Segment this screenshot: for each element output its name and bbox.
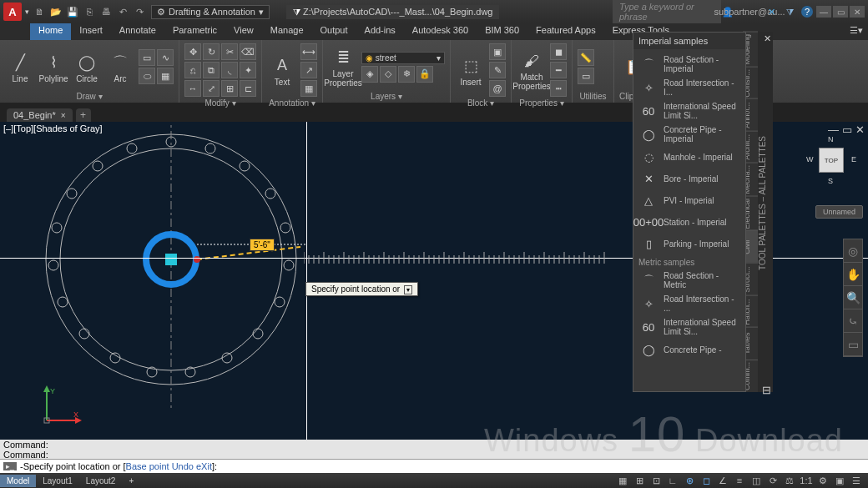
tab-manage[interactable]: Manage [262, 23, 312, 40]
palette-item[interactable]: ◌Manhole - Imperial [633, 146, 745, 168]
osnap-icon[interactable]: ◻ [699, 475, 713, 486]
maximize-button[interactable]: ▭ [833, 6, 848, 18]
palette-item[interactable]: 60International Speed Limit Si... [633, 315, 745, 339]
tab-featured[interactable]: Featured Apps [527, 23, 604, 40]
cube-east[interactable]: E [851, 155, 856, 164]
showmotion-icon[interactable]: ▭ [844, 333, 862, 356]
new-icon[interactable]: 🗎 [33, 5, 46, 18]
panel-utilities-label[interactable]: Utilities [578, 90, 608, 101]
cube-south[interactable]: S [828, 177, 833, 185]
spline-icon[interactable]: ∿ [157, 49, 174, 66]
command-input[interactable]: ▸_ -Specify point location or [Base poin… [0, 460, 868, 473]
panel-layers-label[interactable]: Layers ▾ [328, 90, 445, 101]
cycling-icon[interactable]: ⟳ [766, 475, 780, 486]
close-tab-icon[interactable]: × [61, 111, 66, 120]
user-label[interactable]: subpartner@au... [743, 5, 756, 18]
layout2-tab[interactable]: Layout2 [79, 475, 123, 487]
file-tab-active[interactable]: 04_Begin* × [7, 108, 73, 122]
ucs-name-button[interactable]: Unnamed [815, 205, 863, 219]
layout1-tab[interactable]: Layout1 [36, 475, 79, 487]
save-icon[interactable]: 💾 [66, 5, 79, 18]
undo-icon[interactable]: ↶ [116, 5, 129, 18]
exchange-icon[interactable]: ✕ [765, 5, 778, 18]
lt-combo-icon[interactable]: ┅ [550, 80, 567, 97]
saveas-icon[interactable]: ⎘ [83, 5, 96, 18]
model-icon[interactable]: ▦ [616, 475, 629, 486]
otrack-icon[interactable]: ∠ [716, 475, 729, 486]
lw-combo-icon[interactable]: ━ [550, 62, 567, 78]
select-icon[interactable]: ▭ [578, 68, 594, 84]
wheel-icon[interactable]: ◎ [844, 239, 862, 263]
close-button[interactable]: ✕ [850, 6, 865, 18]
tab-view[interactable]: View [225, 23, 262, 40]
cube-west[interactable]: W [806, 155, 814, 164]
attr-icon[interactable]: @ [489, 80, 506, 97]
trim-icon[interactable]: ✂ [221, 43, 238, 60]
lweight-icon[interactable]: ≡ [733, 475, 746, 486]
ellipse-icon[interactable]: ⬭ [139, 68, 155, 84]
grid-icon[interactable]: ⊞ [633, 475, 646, 486]
vp-min-icon[interactable]: — [828, 123, 839, 136]
palette-item[interactable]: ▯Parking - Imperial [633, 233, 745, 254]
palette-close-icon[interactable]: ✕ [764, 33, 771, 44]
array-icon[interactable]: ⊞ [221, 80, 238, 97]
insert-button[interactable]: ⬚Insert [456, 54, 486, 87]
tab-insert[interactable]: Insert [71, 23, 111, 40]
cmd-options[interactable]: Base point Undo eXit [126, 461, 212, 471]
ortho-icon[interactable]: ∟ [666, 475, 679, 486]
mirror-icon[interactable]: ⧉ [203, 62, 220, 78]
pan-icon[interactable]: ✋ [844, 263, 862, 286]
line-button[interactable]: ╱Line [5, 51, 35, 83]
palette-item[interactable]: △PVI - Imperial [633, 189, 745, 211]
color-combo-icon[interactable]: ◼ [550, 43, 567, 60]
cube-north[interactable]: N [828, 135, 834, 143]
move-icon[interactable]: ✥ [184, 43, 201, 60]
palette-item[interactable]: 60International Speed Limit Si... [633, 99, 745, 123]
ribbon-minimize-icon[interactable]: ☰▾ [845, 23, 868, 40]
match-button[interactable]: 🖌Match Properties [517, 49, 547, 91]
palette-item[interactable]: ⌒Road Section - Imperial [633, 53, 745, 76]
open-icon[interactable]: 📂 [49, 5, 63, 18]
hatch-icon[interactable]: ▦ [157, 68, 174, 84]
arc-button[interactable]: ⌒Arc [105, 51, 135, 83]
command-window[interactable]: Command: Command: ▸_ -Specify point loca… [0, 440, 868, 473]
measure-icon[interactable]: 📏 [578, 49, 594, 66]
layer-freeze-icon[interactable]: ❄ [398, 66, 415, 83]
panel-annotation-label[interactable]: Annotation ▾ [267, 97, 317, 108]
polar-icon[interactable]: ⊛ [683, 475, 696, 486]
minimize-button[interactable]: — [816, 6, 831, 18]
tab-addins[interactable]: Add-ins [356, 23, 404, 40]
plot-icon[interactable]: 🖶 [99, 5, 113, 18]
polyline-button[interactable]: ⌇Polyline [38, 51, 68, 83]
panel-draw-label[interactable]: Draw ▾ [5, 90, 174, 101]
vp-close-icon[interactable]: ✕ [855, 123, 865, 136]
ucs-icon[interactable]: Y X [40, 385, 82, 427]
tab-output[interactable]: Output [312, 23, 356, 40]
edit-block-icon[interactable]: ✎ [489, 62, 506, 78]
palette-item[interactable]: ✧Road Intersection - ... [633, 292, 745, 315]
orbit-icon[interactable]: ⤿ [844, 309, 862, 333]
layer-iso-icon[interactable]: ◈ [361, 66, 378, 83]
dropdown-icon[interactable]: ▾ [404, 285, 412, 294]
cube-top[interactable]: TOP [819, 148, 844, 173]
palette-item[interactable]: ◯Concrete Pipe - Imperial [633, 123, 745, 146]
fillet-icon[interactable]: ◟ [221, 62, 238, 78]
dim-icon[interactable]: ⟷ [300, 43, 317, 60]
scale-label[interactable]: 1:1 [800, 475, 813, 486]
palette-item[interactable]: ✕Bore - Imperial [633, 168, 745, 189]
qat-dropdown-icon[interactable]: ▾ [25, 8, 29, 16]
tab-home[interactable]: Home [30, 23, 71, 40]
copy-icon[interactable]: ⎌ [184, 62, 201, 78]
tab-autodesk360[interactable]: Autodesk 360 [404, 23, 477, 40]
text-button[interactable]: AText [267, 54, 297, 87]
table-icon[interactable]: ▦ [300, 80, 317, 97]
layer-off-icon[interactable]: ◇ [380, 66, 396, 83]
tool-palette[interactable]: Imperial samples ⌒Road Section - Imperia… [633, 32, 746, 392]
stretch-icon[interactable]: ↔ [184, 80, 201, 97]
zoom-icon[interactable]: 🔍 [844, 286, 862, 309]
explode-icon[interactable]: ✦ [240, 62, 256, 78]
leader-icon[interactable]: ↗ [300, 62, 317, 78]
palette-title[interactable]: TOOL PALETTES – ALL PALETTES [758, 32, 773, 392]
customize-icon[interactable]: ☰ [850, 475, 863, 486]
workspace-switcher[interactable]: ⚙ Drafting & Annotation ▾ [151, 5, 270, 19]
